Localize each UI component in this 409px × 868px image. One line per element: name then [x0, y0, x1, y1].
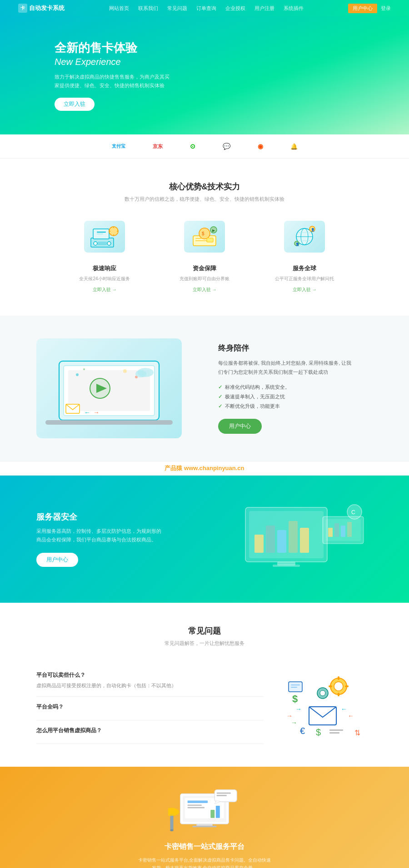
card-global-icon: 👤 👤	[282, 221, 327, 257]
svg-rect-87	[188, 800, 208, 803]
companion-section: ← → 终身陪伴 每位服务都将被保, 我自始终上对您贴身, 采用特殊服务, 让我…	[0, 316, 409, 461]
svg-point-34	[76, 373, 79, 376]
svg-point-62	[334, 682, 343, 691]
svg-rect-79	[329, 732, 339, 734]
logo: 卡 自动发卡系统	[18, 4, 65, 13]
header-actions: 用户中心 登录	[348, 4, 391, 13]
service-description: 采用服务器高防，控制传、多层次防护信息，为规则形的商品会全程保障，我们平台商品赛…	[36, 527, 164, 544]
companion-content: 终身陪伴 每位服务都将被保, 我自始终上对您贴身, 采用特殊服务, 让我们专门为…	[218, 343, 373, 434]
card-speed: 极速响应 全天候24小时响应近服务 立即入驻 →	[64, 221, 145, 293]
svg-point-99	[168, 808, 179, 816]
nav-item-contact[interactable]: 联系我们	[138, 5, 158, 12]
card-global-link[interactable]: 立即入驻 →	[293, 287, 317, 292]
card-global: 👤 👤 服务全球 公平可正服务全球用户解问托 立即入驻 →	[264, 221, 345, 293]
svg-rect-89	[188, 807, 204, 808]
card-speed-link[interactable]: 立即入驻 →	[93, 287, 117, 292]
login-button[interactable]: 登录	[381, 5, 391, 12]
register-button[interactable]: 立即入驻	[55, 98, 95, 111]
header: 卡 自动发卡系统 网站首页 联系我们 常见问题 订单查询 企业授权 用户注册 系…	[0, 0, 409, 16]
svg-rect-7	[97, 232, 106, 233]
core-subtitle: 数十万用户的信赖之选，稳序便捷、绿色、安全、快捷的销售机制实体验	[18, 196, 391, 203]
svg-rect-93	[192, 825, 216, 827]
svg-text:$: $	[292, 693, 298, 704]
svg-rect-16	[195, 240, 207, 241]
nav-item-enterprise[interactable]: 企业授权	[225, 5, 245, 12]
faq-title: 常见问题	[36, 625, 373, 636]
partner-bell	[290, 143, 298, 150]
svg-rect-48	[277, 530, 286, 553]
user-center-button[interactable]: 用户中心	[348, 4, 377, 13]
card-fund-icon: $ ▶	[182, 221, 227, 257]
faq-illustration: $ → → → ← ← € $	[282, 665, 373, 744]
partners-bar	[0, 134, 409, 159]
card-global-title: 服务全球	[264, 264, 345, 273]
companion-image-area: ← →	[36, 338, 191, 438]
svg-text:→: →	[93, 409, 100, 416]
svg-rect-65	[329, 685, 332, 687]
nav-item-home[interactable]: 网站首页	[109, 5, 129, 12]
faq-item-3[interactable]: 怎么用平台销售虚拟商品？	[36, 720, 264, 744]
footer-promo-section: 卡密销售一站式服务平台 卡密销售一站式服务平台,全面解决虚拟商品售卡问题。全自动…	[0, 767, 409, 868]
companion-svg: ← →	[41, 343, 177, 434]
partner-wechat	[223, 143, 230, 150]
service-title: 服务器安全	[36, 511, 200, 522]
svg-text:C: C	[351, 509, 355, 516]
card-global-bg: 👤 👤	[284, 221, 325, 253]
svg-rect-88	[188, 804, 202, 806]
svg-rect-8	[97, 233, 103, 234]
svg-text:→: →	[286, 712, 293, 719]
svg-rect-15	[195, 238, 202, 239]
core-section: 核心优势&技术实力 数十万用户的信赖之选，稳序便捷、绿色、安全、快捷的销售机制实…	[0, 159, 409, 316]
companion-user-center-button[interactable]: 用户中心	[218, 419, 262, 434]
hero-content: 全新的售卡体验 New Experience 致力于解决虚拟商品的快捷售售服务，…	[55, 40, 173, 111]
card-fund-bg: $ ▶	[184, 221, 225, 253]
global-illustration: 👤 👤	[289, 224, 320, 249]
svg-rect-46	[254, 535, 264, 553]
faq-section: 常见问题 常见问题解答，一片让您解忧愁服务 平台可以卖些什么？ 虚拟商品品可接受…	[0, 603, 409, 767]
svg-rect-91	[216, 806, 220, 818]
svg-rect-98	[170, 813, 173, 830]
companion-points: 标准化代码结构，系统安全。 极速提单制入，无压面之忧 不断优化升级，功能更丰	[218, 384, 373, 410]
svg-rect-64	[338, 693, 339, 696]
card-fund-link[interactable]: 立即入驻 →	[193, 287, 217, 292]
svg-point-13	[199, 228, 210, 239]
companion-point-1: 标准化代码结构，系统安全。	[218, 384, 373, 391]
core-title: 核心优势&技术实力	[18, 181, 391, 192]
hero-description: 致力于解决虚拟商品的快捷售售服务，为商户及其买家提供便捷、绿色、安全、快捷的销售…	[55, 73, 173, 89]
svg-rect-17	[207, 238, 213, 242]
svg-rect-58	[347, 522, 352, 537]
svg-text:→: →	[295, 705, 302, 713]
partner-jd	[153, 143, 163, 150]
svg-text:←: ←	[341, 705, 347, 713]
svg-rect-57	[341, 526, 345, 537]
svg-text:€: €	[300, 726, 305, 736]
svg-point-10	[107, 242, 111, 245]
svg-rect-66	[345, 685, 349, 687]
service-section: 服务器安全 采用服务器高防，控制传、多层次防护信息，为规则形的商品会全程保障，我…	[0, 476, 409, 603]
nav-item-register[interactable]: 用户注册	[254, 5, 274, 12]
service-content: 服务器安全 采用服务器高防，控制传、多层次防护信息，为规则形的商品会全程保障，我…	[36, 511, 200, 567]
svg-rect-95	[217, 792, 231, 794]
svg-rect-78	[329, 729, 343, 731]
companion-point-3: 不断优化升级，功能更丰	[218, 403, 373, 410]
svg-text:⇅: ⇅	[354, 729, 360, 737]
partner-alipay	[112, 143, 125, 149]
nav-item-plugin[interactable]: 系统插件	[284, 5, 304, 12]
svg-rect-49	[289, 521, 298, 553]
nav-item-order[interactable]: 订单查询	[196, 5, 216, 12]
svg-rect-50	[300, 528, 309, 553]
partner-wechat-pay	[190, 143, 195, 150]
svg-rect-96	[217, 795, 227, 796]
main-nav: 网站首页 联系我们 常见问题 订单查询 企业授权 用户注册 系统插件	[109, 5, 304, 12]
faq-item-2[interactable]: 平台全吗？	[36, 697, 264, 720]
card-speed-desc: 全天候24小时响应近服务	[64, 275, 145, 283]
svg-rect-43	[45, 420, 173, 425]
hero-title-en: New Experience	[55, 57, 173, 67]
svg-rect-56	[334, 523, 339, 537]
svg-text:→: →	[291, 719, 297, 726]
service-user-center-button[interactable]: 用户中心	[36, 553, 78, 567]
card-global-desc: 公平可正服务全球用户解问托	[264, 275, 345, 283]
svg-text:$: $	[316, 727, 321, 737]
faq-question-1: 平台可以卖些什么？	[36, 671, 264, 679]
nav-item-faq[interactable]: 常见问题	[167, 5, 187, 12]
